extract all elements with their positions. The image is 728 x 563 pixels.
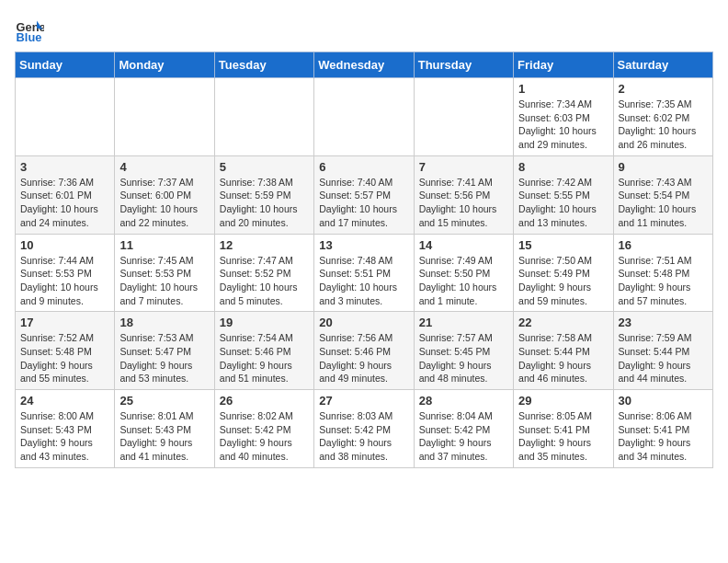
day-info: Sunrise: 7:44 AM Sunset: 5:53 PM Dayligh… — [20, 254, 109, 308]
day-number: 26 — [220, 394, 309, 408]
day-info: Sunrise: 7:54 AM Sunset: 5:46 PM Dayligh… — [220, 331, 309, 385]
calendar-cell: 21Sunrise: 7:57 AM Sunset: 5:45 PM Dayli… — [414, 312, 513, 390]
day-number: 19 — [220, 316, 309, 329]
calendar-cell: 5Sunrise: 7:38 AM Sunset: 5:59 PM Daylig… — [214, 155, 313, 234]
day-number: 7 — [419, 160, 508, 174]
day-number: 14 — [419, 238, 508, 252]
calendar-cell: 22Sunrise: 7:58 AM Sunset: 5:44 PM Dayli… — [514, 312, 613, 390]
calendar-cell: 8Sunrise: 7:42 AM Sunset: 5:55 PM Daylig… — [514, 155, 613, 234]
weekday-header-monday: Monday — [115, 52, 214, 78]
calendar-cell: 15Sunrise: 7:50 AM Sunset: 5:49 PM Dayli… — [514, 234, 613, 312]
day-info: Sunrise: 7:51 AM Sunset: 5:48 PM Dayligh… — [619, 254, 708, 308]
logo: General Blue — [15, 15, 44, 44]
day-info: Sunrise: 8:02 AM Sunset: 5:42 PM Dayligh… — [220, 409, 309, 464]
calendar-cell: 28Sunrise: 8:04 AM Sunset: 5:42 PM Dayli… — [414, 390, 513, 468]
day-info: Sunrise: 7:45 AM Sunset: 5:53 PM Dayligh… — [119, 254, 209, 308]
day-number: 1 — [518, 82, 608, 96]
calendar-cell: 3Sunrise: 7:36 AM Sunset: 6:01 PM Daylig… — [16, 155, 115, 234]
day-number: 29 — [518, 394, 608, 408]
day-number: 25 — [119, 394, 209, 408]
svg-text:Blue: Blue — [17, 30, 42, 44]
day-info: Sunrise: 8:05 AM Sunset: 5:41 PM Dayligh… — [518, 409, 608, 464]
day-info: Sunrise: 7:36 AM Sunset: 6:01 PM Dayligh… — [20, 176, 109, 230]
day-info: Sunrise: 8:01 AM Sunset: 5:43 PM Dayligh… — [119, 409, 209, 464]
day-info: Sunrise: 7:47 AM Sunset: 5:52 PM Dayligh… — [220, 254, 309, 308]
weekday-header-saturday: Saturday — [613, 52, 712, 78]
day-number: 22 — [518, 316, 608, 329]
calendar-cell — [115, 78, 214, 156]
calendar-cell: 13Sunrise: 7:48 AM Sunset: 5:51 PM Dayli… — [314, 234, 414, 312]
calendar-week-4: 17Sunrise: 7:52 AM Sunset: 5:48 PM Dayli… — [16, 312, 713, 390]
day-info: Sunrise: 7:59 AM Sunset: 5:44 PM Dayligh… — [619, 331, 708, 385]
day-number: 8 — [518, 160, 608, 174]
calendar-week-2: 3Sunrise: 7:36 AM Sunset: 6:01 PM Daylig… — [16, 155, 713, 234]
day-info: Sunrise: 7:43 AM Sunset: 5:54 PM Dayligh… — [619, 176, 708, 230]
day-info: Sunrise: 7:57 AM Sunset: 5:45 PM Dayligh… — [419, 331, 508, 385]
day-number: 24 — [20, 394, 109, 408]
day-number: 12 — [220, 238, 309, 252]
day-info: Sunrise: 7:53 AM Sunset: 5:47 PM Dayligh… — [119, 331, 209, 385]
calendar-cell: 26Sunrise: 8:02 AM Sunset: 5:42 PM Dayli… — [214, 390, 313, 468]
day-number: 6 — [319, 160, 408, 174]
calendar-cell: 17Sunrise: 7:52 AM Sunset: 5:48 PM Dayli… — [16, 312, 115, 390]
day-info: Sunrise: 7:49 AM Sunset: 5:50 PM Dayligh… — [419, 254, 508, 308]
calendar-cell: 18Sunrise: 7:53 AM Sunset: 5:47 PM Dayli… — [115, 312, 214, 390]
calendar-week-3: 10Sunrise: 7:44 AM Sunset: 5:53 PM Dayli… — [16, 234, 713, 312]
calendar-cell: 11Sunrise: 7:45 AM Sunset: 5:53 PM Dayli… — [115, 234, 214, 312]
day-number: 21 — [419, 316, 508, 329]
day-info: Sunrise: 7:40 AM Sunset: 5:57 PM Dayligh… — [319, 176, 408, 230]
day-number: 20 — [319, 316, 408, 329]
calendar-cell: 9Sunrise: 7:43 AM Sunset: 5:54 PM Daylig… — [613, 155, 712, 234]
day-info: Sunrise: 7:52 AM Sunset: 5:48 PM Dayligh… — [20, 331, 109, 385]
day-number: 2 — [619, 82, 708, 96]
day-number: 30 — [619, 394, 708, 408]
day-number: 28 — [419, 394, 508, 408]
day-info: Sunrise: 7:48 AM Sunset: 5:51 PM Dayligh… — [319, 254, 408, 308]
calendar-cell — [16, 78, 115, 156]
calendar-cell: 7Sunrise: 7:41 AM Sunset: 5:56 PM Daylig… — [414, 155, 513, 234]
calendar-cell: 6Sunrise: 7:40 AM Sunset: 5:57 PM Daylig… — [314, 155, 414, 234]
calendar-cell: 20Sunrise: 7:56 AM Sunset: 5:46 PM Dayli… — [314, 312, 414, 390]
day-number: 15 — [518, 238, 608, 252]
calendar-body: 1Sunrise: 7:34 AM Sunset: 6:03 PM Daylig… — [16, 78, 713, 468]
calendar-cell: 12Sunrise: 7:47 AM Sunset: 5:52 PM Dayli… — [214, 234, 313, 312]
day-info: Sunrise: 8:00 AM Sunset: 5:43 PM Dayligh… — [20, 409, 109, 464]
day-number: 13 — [319, 238, 408, 252]
day-info: Sunrise: 8:06 AM Sunset: 5:41 PM Dayligh… — [619, 409, 708, 464]
day-info: Sunrise: 7:38 AM Sunset: 5:59 PM Dayligh… — [220, 176, 309, 230]
day-info: Sunrise: 8:03 AM Sunset: 5:42 PM Dayligh… — [319, 409, 408, 464]
day-info: Sunrise: 7:50 AM Sunset: 5:49 PM Dayligh… — [518, 254, 608, 308]
calendar-cell — [314, 78, 414, 156]
weekday-header-sunday: Sunday — [16, 52, 115, 78]
logo-icon: General Blue — [15, 15, 44, 44]
day-info: Sunrise: 7:41 AM Sunset: 5:56 PM Dayligh… — [419, 176, 508, 230]
weekday-header-tuesday: Tuesday — [214, 52, 313, 78]
calendar-cell: 30Sunrise: 8:06 AM Sunset: 5:41 PM Dayli… — [613, 390, 712, 468]
day-number: 17 — [20, 316, 109, 329]
day-info: Sunrise: 7:42 AM Sunset: 5:55 PM Dayligh… — [518, 176, 608, 230]
day-number: 9 — [619, 160, 708, 174]
page-header: General Blue — [15, 15, 713, 44]
day-number: 18 — [119, 316, 209, 329]
calendar-cell: 2Sunrise: 7:35 AM Sunset: 6:02 PM Daylig… — [613, 78, 712, 156]
day-number: 10 — [20, 238, 109, 252]
calendar-cell: 24Sunrise: 8:00 AM Sunset: 5:43 PM Dayli… — [16, 390, 115, 468]
day-number: 11 — [119, 238, 209, 252]
day-number: 3 — [20, 160, 109, 174]
weekday-header-wednesday: Wednesday — [314, 52, 414, 78]
day-number: 5 — [220, 160, 309, 174]
day-info: Sunrise: 7:35 AM Sunset: 6:02 PM Dayligh… — [619, 98, 708, 152]
calendar-cell: 29Sunrise: 8:05 AM Sunset: 5:41 PM Dayli… — [514, 390, 613, 468]
day-number: 23 — [619, 316, 708, 329]
day-number: 27 — [319, 394, 408, 408]
calendar-cell: 19Sunrise: 7:54 AM Sunset: 5:46 PM Dayli… — [214, 312, 313, 390]
day-info: Sunrise: 7:34 AM Sunset: 6:03 PM Dayligh… — [518, 98, 608, 152]
calendar-cell: 4Sunrise: 7:37 AM Sunset: 6:00 PM Daylig… — [115, 155, 214, 234]
calendar-week-1: 1Sunrise: 7:34 AM Sunset: 6:03 PM Daylig… — [16, 78, 713, 156]
day-info: Sunrise: 7:56 AM Sunset: 5:46 PM Dayligh… — [319, 331, 408, 385]
calendar-cell: 10Sunrise: 7:44 AM Sunset: 5:53 PM Dayli… — [16, 234, 115, 312]
calendar-week-5: 24Sunrise: 8:00 AM Sunset: 5:43 PM Dayli… — [16, 390, 713, 468]
day-number: 16 — [619, 238, 708, 252]
weekday-header-friday: Friday — [514, 52, 613, 78]
weekday-header-row: SundayMondayTuesdayWednesdayThursdayFrid… — [16, 52, 713, 78]
